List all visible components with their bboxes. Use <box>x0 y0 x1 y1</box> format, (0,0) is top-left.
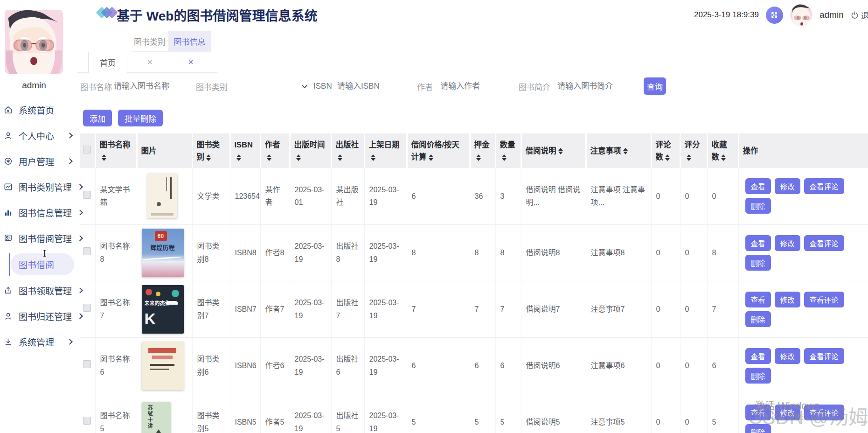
column-header: 借阅说明 <box>526 147 556 155</box>
cell-price: 7 <box>407 281 470 337</box>
line-chart-icon <box>4 182 13 191</box>
user-avatar <box>5 10 63 74</box>
cell-rating: 0 <box>680 394 707 433</box>
delete-button[interactable]: 删除 <box>745 368 771 384</box>
sidebar-item-book-pickup[interactable]: 图书领取管理 <box>0 278 77 303</box>
fullscreen-button[interactable] <box>766 7 783 24</box>
view-button[interactable]: 查看 <box>745 348 771 364</box>
query-button[interactable]: 查询 <box>644 77 666 95</box>
cell-notice: 注意事项8 <box>586 224 651 281</box>
sort-icon[interactable] <box>206 154 211 161</box>
column-header: 数量 <box>500 140 515 149</box>
bar-chart-icon <box>4 208 13 217</box>
select-all-checkbox[interactable] <box>83 146 91 154</box>
sort-icon[interactable] <box>623 148 628 154</box>
view-comments-button[interactable]: 查看评论 <box>804 348 844 364</box>
sort-icon[interactable] <box>558 148 563 154</box>
close-tab-icon[interactable]: × <box>184 52 198 73</box>
sort-icon[interactable] <box>236 154 241 161</box>
tab-home[interactable]: 首页 <box>88 52 127 73</box>
edit-button[interactable]: 修改 <box>775 178 800 194</box>
sort-icon[interactable] <box>338 154 342 161</box>
cell-publish-date: 2025-03-19 <box>290 224 331 281</box>
sidebar-item-label: 用户管理 <box>19 155 54 168</box>
add-button[interactable]: 添加 <box>83 110 112 126</box>
sort-icon[interactable] <box>371 154 375 161</box>
batch-delete-button[interactable]: 批量删除 <box>118 110 163 126</box>
cell-notice: 注意事项6 <box>586 337 651 394</box>
cell-favorites: 0 <box>707 168 738 224</box>
sidebar-item-profile[interactable]: 个人中心 <box>0 123 77 148</box>
sort-icon[interactable] <box>665 154 670 161</box>
sort-icon[interactable] <box>296 154 301 161</box>
sort-icon[interactable] <box>267 154 271 161</box>
cover-letter: K <box>145 306 156 333</box>
edit-button[interactable]: 修改 <box>775 348 800 364</box>
cell-publisher: 出版社8 <box>331 224 364 281</box>
delete-button[interactable]: 删除 <box>745 198 771 214</box>
edit-button[interactable]: 修改 <box>775 405 800 420</box>
sidebar-subitem-book-borrow[interactable]: 图书借阅 I <box>11 253 74 275</box>
cell-comments: 0 <box>651 337 680 394</box>
column-header: ISBN <box>235 140 253 149</box>
sidebar-item-book-return[interactable]: 图书归还管理 <box>0 303 77 329</box>
book-intro-input[interactable] <box>557 82 634 91</box>
cell-author: 某作者 <box>260 168 290 224</box>
cell-publish-date: 2025-03-19 <box>290 394 331 433</box>
book-name-input[interactable] <box>114 82 188 91</box>
cell-isbn: ISBN5 <box>230 394 260 433</box>
delete-button[interactable]: 删除 <box>745 424 771 433</box>
sidebar-item-book-category[interactable]: 图书类别管理 <box>0 174 77 200</box>
edit-button[interactable]: 修改 <box>775 292 800 307</box>
upload-icon <box>4 286 13 295</box>
isbn-input[interactable] <box>337 82 407 91</box>
cell-author: 作者8 <box>260 224 290 281</box>
sidebar-item-book-borrow[interactable]: 图书借阅管理 <box>0 225 77 251</box>
user-icon <box>4 131 13 140</box>
sidebar-item-book-info[interactable]: 图书信息管理 <box>0 200 77 225</box>
view-comments-button[interactable]: 查看评论 <box>804 235 844 251</box>
row-checkbox[interactable] <box>83 417 91 425</box>
view-button[interactable]: 查看 <box>745 178 771 194</box>
cell-book-name: 某文学书籍 <box>95 168 137 224</box>
view-comments-button[interactable]: 查看评论 <box>804 292 844 307</box>
cell-rating: 0 <box>680 168 707 224</box>
page-title: 基于 Web的图书借阅管理信息系统 <box>117 6 317 24</box>
user-icon <box>4 312 13 321</box>
sort-icon[interactable] <box>102 154 106 161</box>
view-comments-button[interactable]: 查看评论 <box>804 178 844 194</box>
view-comments-button[interactable]: 查看评论 <box>804 405 844 420</box>
view-button[interactable]: 查看 <box>745 405 771 420</box>
sidebar-item-home[interactable]: 系统首页 <box>0 97 77 123</box>
tab-book-category[interactable]: 图书类别 <box>131 31 168 52</box>
delete-button[interactable]: 删除 <box>745 255 771 271</box>
author-input[interactable] <box>440 82 510 91</box>
sort-icon[interactable] <box>502 154 507 161</box>
row-checkbox[interactable] <box>83 360 91 368</box>
app-logo-icon <box>97 8 116 17</box>
sidebar-item-system[interactable]: 系统管理 <box>0 329 77 355</box>
sort-icon[interactable] <box>476 154 481 161</box>
cell-borrow-note: 借阅说明5 <box>521 394 586 433</box>
cell-favorites: 8 <box>707 224 738 281</box>
cell-isbn: 123654 <box>230 168 260 224</box>
row-checkbox[interactable] <box>83 247 91 255</box>
sort-icon[interactable] <box>429 154 433 161</box>
view-button[interactable]: 查看 <box>745 235 771 251</box>
chevron-down-icon[interactable] <box>301 82 308 91</box>
books-table: 图书名称 图片 图书类别 ISBN 作者 出版时间 出版社 上架日期 借阅价格/… <box>80 133 868 433</box>
cell-category: 图书类别8 <box>192 224 230 281</box>
edit-button[interactable]: 修改 <box>775 235 800 251</box>
tab-book-info[interactable]: 图书信息 <box>168 31 211 52</box>
table-row: 图书名称7 未来的杰作 K 图书类别7 ISBN7 作者7 2025-03-19… <box>80 281 868 337</box>
cell-quantity: 5 <box>495 394 521 433</box>
row-checkbox[interactable] <box>83 304 91 312</box>
logout-button[interactable]: 退出 <box>851 9 868 21</box>
delete-button[interactable]: 删除 <box>745 311 771 327</box>
close-tab-icon[interactable]: × <box>143 52 157 73</box>
sort-icon[interactable] <box>721 154 726 161</box>
row-checkbox[interactable] <box>83 191 91 199</box>
view-button[interactable]: 查看 <box>745 292 771 307</box>
sort-icon[interactable] <box>687 154 691 161</box>
sidebar-item-users[interactable]: 用户管理 <box>0 148 77 174</box>
